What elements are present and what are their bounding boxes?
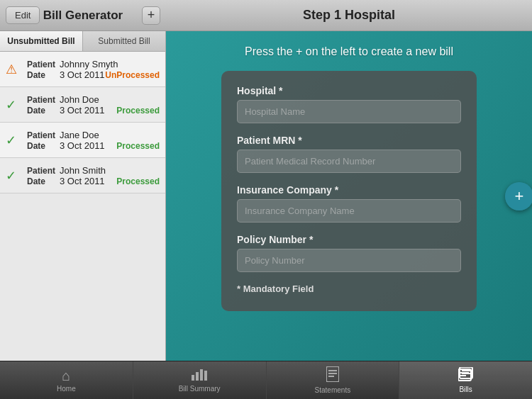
instruction-text: Press the + on the left to create a new … (245, 45, 453, 58)
statements-label: Statements (315, 386, 351, 394)
top-bar-left: Edit Bill Generator + (0, 9, 166, 23)
bills-label: Bills (459, 386, 472, 393)
bottom-bar: ⌂ Home Bill Summary Statements (0, 361, 532, 399)
patient-name: Jane Doe (60, 130, 160, 140)
bill-info: PatientJohnny SmythDate3 Oct 2011UnProce… (27, 59, 160, 80)
bill-item-bill-3[interactable]: ✓PatientJane DoeDate3 Oct 2011Processed (0, 123, 165, 158)
float-add-button[interactable]: + (505, 182, 532, 210)
step-title: Step 1 Hospital (303, 8, 395, 23)
sidebar-tabs: Unsubmitted Bill Submitted Bill (0, 31, 165, 52)
edit-button[interactable]: Edit (6, 6, 40, 24)
tab-bills[interactable]: Bills (399, 361, 532, 399)
svg-rect-5 (328, 370, 337, 371)
svg-rect-6 (328, 373, 337, 374)
svg-rect-7 (328, 376, 334, 377)
policy-number-input[interactable] (237, 249, 461, 272)
date-value: 3 Oct 2011 (60, 140, 116, 151)
date-label: Date (27, 106, 60, 116)
tab-bill-summary[interactable]: Bill Summary (133, 361, 267, 399)
bill-info: PatientJohn DoeDate3 Oct 2011Processed (27, 94, 160, 116)
date-value: 3 Oct 2011 (60, 176, 116, 186)
patient-label: Patient (27, 130, 60, 140)
add-bill-button[interactable]: + (142, 6, 160, 25)
hospital-field: Hospital * (237, 85, 461, 123)
policy-number-field: Policy Number * (237, 234, 461, 272)
main-content: Unsubmitted Bill Submitted Bill ⚠Patient… (0, 31, 532, 361)
date-label: Date (27, 70, 60, 80)
form-card: Hospital * Patient MRN * Insurance Compa… (221, 71, 477, 311)
insurance-company-field: Insurance Company * (237, 184, 461, 223)
bill-item-bill-4[interactable]: ✓PatientJohn SmithDate3 Oct 2011Processe… (0, 158, 165, 193)
date-value: 3 Oct 2011 (60, 105, 116, 116)
bill-status-icon: ⚠ (6, 62, 23, 77)
sidebar-title: Bill Generator (43, 9, 123, 23)
bill-summary-label: Bill Summary (179, 385, 221, 393)
right-panel: Press the + on the left to create a new … (166, 31, 532, 361)
tab-home[interactable]: ⌂ Home (0, 361, 133, 399)
date-label: Date (27, 176, 60, 186)
top-bar-right: Step 1 Hospital (166, 8, 532, 23)
bill-status: Processed (116, 141, 160, 151)
svg-rect-9 (462, 370, 470, 371)
insurance-company-input[interactable] (237, 199, 461, 223)
sidebar: Unsubmitted Bill Submitted Bill ⚠Patient… (0, 31, 166, 361)
bill-status-icon: ✓ (6, 97, 23, 113)
bill-info: PatientJane DoeDate3 Oct 2011Processed (27, 130, 160, 151)
hospital-input[interactable] (237, 100, 461, 123)
patient-mrn-label: Patient MRN * (237, 135, 461, 146)
bill-info: PatientJohn SmithDate3 Oct 2011Processed (27, 165, 160, 186)
bill-status-icon: ✓ (6, 133, 23, 148)
svg-rect-1 (196, 372, 199, 381)
bill-item-bill-1[interactable]: ⚠PatientJohnny SmythDate3 Oct 2011UnProc… (0, 52, 165, 87)
patient-mrn-field: Patient MRN * (237, 135, 461, 173)
tab-statements[interactable]: Statements (267, 361, 400, 399)
bill-status: UnProcessed (105, 70, 160, 80)
bill-summary-icon (192, 368, 207, 383)
svg-rect-2 (200, 369, 203, 381)
bill-item-bill-2[interactable]: ✓PatientJohn DoeDate3 Oct 2011Processed (0, 87, 165, 123)
statements-icon (326, 366, 339, 384)
insurance-company-label: Insurance Company * (237, 184, 461, 196)
svg-rect-0 (192, 375, 194, 381)
bill-list: ⚠PatientJohnny SmythDate3 Oct 2011UnProc… (0, 52, 165, 361)
hospital-label: Hospital * (237, 85, 461, 96)
patient-name: John Smith (60, 165, 160, 176)
policy-number-label: Policy Number * (237, 234, 461, 245)
tab-submitted[interactable]: Submitted Bill (83, 31, 165, 51)
home-label: Home (57, 385, 76, 393)
mandatory-note: * Mandatory Field (237, 283, 461, 294)
patient-label: Patient (27, 60, 60, 69)
date-label: Date (27, 141, 60, 151)
top-bar: Edit Bill Generator + Step 1 Hospital (0, 0, 532, 31)
patient-label: Patient (27, 95, 60, 105)
svg-rect-3 (204, 371, 207, 381)
svg-rect-13 (460, 375, 466, 376)
tab-unsubmitted[interactable]: Unsubmitted Bill (0, 31, 83, 51)
patient-mrn-input[interactable] (237, 150, 461, 173)
date-value: 3 Oct 2011 (60, 69, 105, 80)
bill-status-icon: ✓ (6, 168, 23, 184)
bill-status: Processed (116, 176, 160, 186)
home-icon: ⌂ (62, 369, 70, 383)
svg-rect-12 (460, 372, 469, 373)
patient-label: Patient (27, 166, 60, 176)
patient-name: Johnny Smyth (60, 59, 160, 69)
bills-icon (458, 367, 474, 383)
bill-status: Processed (116, 106, 160, 116)
patient-name: John Doe (60, 94, 160, 105)
